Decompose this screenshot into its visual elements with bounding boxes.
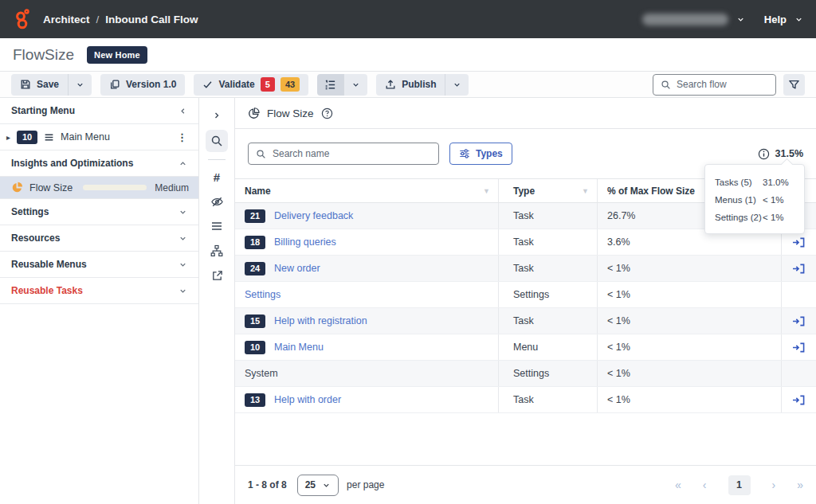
column-header-type[interactable]: Type ▼ <box>498 179 597 202</box>
search-icon[interactable] <box>206 130 228 152</box>
tooltip-row-menus: Menus (1) < 1% <box>715 191 794 209</box>
node-count-badge: 18 <box>245 236 265 249</box>
genesys-logo-icon <box>13 9 32 29</box>
menu-lines-icon[interactable] <box>206 216 228 236</box>
node-count-badge: 15 <box>245 315 265 328</box>
external-link-icon[interactable] <box>206 265 228 286</box>
hash-icon[interactable]: # <box>206 166 228 187</box>
open-flow-button[interactable] <box>791 263 806 275</box>
page-size-select[interactable]: 25 <box>297 475 339 496</box>
chevron-down-icon[interactable] <box>178 260 187 269</box>
sitemap-icon[interactable] <box>206 240 228 261</box>
sort-icon[interactable]: ▼ <box>483 187 490 195</box>
name-cell: System <box>235 361 498 386</box>
save-dropdown-button[interactable] <box>68 74 92 96</box>
first-page-button[interactable]: « <box>675 479 681 491</box>
table-row: 24New orderTask< 1% <box>235 256 816 282</box>
action-cell <box>781 361 816 386</box>
sidebar-section-starting-menu[interactable]: Starting Menu <box>0 98 198 124</box>
search-name-input[interactable]: Search name <box>248 143 439 165</box>
validate-button[interactable]: Validate 5 43 <box>194 74 308 96</box>
sidebar-section-reusable-tasks[interactable]: Reusable Tasks <box>0 278 198 304</box>
flow-item-link[interactable]: Help with registration <box>274 315 367 326</box>
chevron-down-icon[interactable] <box>178 287 187 295</box>
help-chevron-icon[interactable] <box>794 15 803 24</box>
flow-item-link[interactable]: Billing queries <box>274 236 336 248</box>
sidebar-section-insights[interactable]: Insights and Optimizations <box>0 150 198 177</box>
type-cell: Task <box>498 387 597 412</box>
sidebar-item-main-menu[interactable]: ▸ 10 Main Menu ⋮ <box>0 124 198 150</box>
ordered-list-view-button[interactable] <box>317 74 343 96</box>
chevron-down-icon[interactable] <box>178 208 187 217</box>
sidebar-section-settings[interactable]: Settings <box>0 199 198 225</box>
open-flow-button[interactable] <box>791 394 806 406</box>
per-page-label: per page <box>347 479 384 490</box>
expand-caret-icon[interactable]: ▸ <box>6 133 10 142</box>
open-flow-icon <box>791 342 806 354</box>
name-cell: 10Main Menu <box>235 334 498 360</box>
user-menu-chevron-icon[interactable] <box>736 15 745 24</box>
breadcrumb-app[interactable]: Architect <box>43 14 90 25</box>
user-menu-name[interactable] <box>642 14 728 25</box>
open-flow-button[interactable] <box>791 315 806 327</box>
sort-icon[interactable]: ▼ <box>582 187 589 195</box>
table-body: 21Delivery feedbackTask26.7%18Billing qu… <box>235 203 816 413</box>
error-count-badge: 5 <box>261 77 275 92</box>
last-page-button[interactable]: » <box>797 479 803 491</box>
warning-count-badge: 43 <box>280 77 300 92</box>
sidebar-section-reusable-menus[interactable]: Reusable Menus <box>0 252 198 278</box>
panel-title: Flow Size <box>267 107 314 119</box>
view-options-group <box>317 74 367 96</box>
help-circle-icon[interactable] <box>321 107 333 119</box>
main-menu-label: Main Menu <box>61 131 110 143</box>
kebab-menu-icon[interactable]: ⋮ <box>177 131 187 143</box>
next-page-button[interactable]: › <box>772 479 776 491</box>
current-page-button[interactable]: 1 <box>728 475 751 495</box>
new-home-badge: New Home <box>87 46 147 64</box>
filter-button[interactable] <box>783 74 805 96</box>
open-flow-icon <box>791 236 806 248</box>
publish-button[interactable]: Publish <box>376 74 445 96</box>
collapse-panel-icon[interactable] <box>178 107 187 115</box>
menu-type-icon <box>44 132 54 143</box>
chevron-up-icon[interactable] <box>178 159 187 168</box>
column-header-name[interactable]: Name ▼ <box>235 179 498 202</box>
flow-size-label: Flow Size <box>29 182 73 193</box>
action-cell <box>781 334 816 360</box>
panel-header: Flow Size <box>235 98 816 129</box>
view-options-dropdown-button[interactable] <box>343 74 367 96</box>
help-menu[interactable]: Help <box>764 14 787 25</box>
types-filter-button[interactable]: Types <box>449 143 512 165</box>
sidebar-section-resources[interactable]: Resources <box>0 225 198 252</box>
flow-size-progress-bar <box>83 185 147 190</box>
save-button[interactable]: Save <box>11 74 68 96</box>
open-flow-icon <box>791 263 806 275</box>
flow-item-link[interactable]: Main Menu <box>274 342 324 353</box>
version-button[interactable]: Version 1.0 <box>100 74 185 96</box>
flow-item-link[interactable]: Settings <box>245 289 280 300</box>
expand-panel-icon[interactable] <box>206 105 228 126</box>
open-flow-button[interactable] <box>791 236 806 248</box>
search-flow-input[interactable]: Search flow <box>653 74 776 96</box>
flow-item-link[interactable]: New order <box>274 263 320 274</box>
hide-toolbox-icon[interactable] <box>206 191 228 212</box>
prev-page-button[interactable]: ‹ <box>703 479 707 491</box>
action-cell <box>781 387 816 412</box>
search-flow-placeholder: Search flow <box>677 79 727 90</box>
search-icon <box>256 149 266 159</box>
action-cell <box>781 256 816 281</box>
flow-size-panel: Flow Size Search name Types 31.5% <box>235 98 816 504</box>
name-cell: Settings <box>235 282 498 307</box>
publish-button-group: Publish <box>376 74 469 96</box>
chevron-down-icon <box>351 80 360 89</box>
flow-item-link[interactable]: Delivery feedback <box>274 210 353 221</box>
flow-usage-total[interactable]: 31.5% <box>758 148 803 160</box>
open-flow-icon <box>791 394 806 406</box>
search-name-placeholder: Search name <box>273 148 329 159</box>
open-flow-icon <box>791 315 806 327</box>
publish-dropdown-button[interactable] <box>445 74 469 96</box>
sidebar-item-flow-size[interactable]: Flow Size Medium <box>0 177 198 199</box>
open-flow-button[interactable] <box>791 342 806 354</box>
chevron-down-icon[interactable] <box>178 234 187 243</box>
flow-item-link[interactable]: Help with order <box>274 394 341 405</box>
